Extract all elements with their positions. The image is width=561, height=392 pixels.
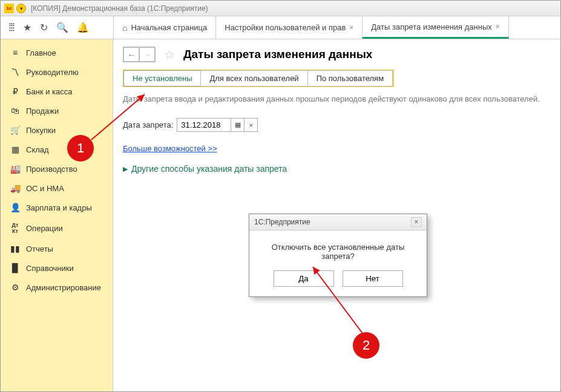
forward-button[interactable]: → — [139, 47, 155, 62]
segment-all-users[interactable]: Для всех пользователей — [200, 70, 307, 87]
dialog-close-icon[interactable]: × — [411, 217, 422, 227]
date-label: Дата запрета: — [123, 120, 173, 129]
page-title: Даты запрета изменения данных — [183, 48, 372, 61]
sidebar-item-reports[interactable]: ▮▮Отчеты — [1, 239, 113, 258]
boxes-icon: ▦ — [10, 145, 20, 154]
app-menu-icon[interactable]: ▾ — [16, 4, 26, 13]
chevron-right-icon: ▶ — [123, 165, 128, 173]
truck-icon: 🚚 — [10, 183, 20, 193]
search-icon[interactable]: 🔍 — [56, 22, 68, 33]
sidebar-item-manager[interactable]: 〽Руководителю — [1, 62, 113, 82]
ruble-icon: ₽ — [10, 87, 20, 96]
no-button[interactable]: Нет — [343, 270, 403, 287]
book-icon: ▉ — [10, 263, 20, 273]
quick-panel: ⦙⦙⦙ ★ ↻ 🔍 🔔 — [1, 16, 113, 39]
sidebar-item-production[interactable]: 🏭Производство — [1, 159, 113, 178]
date-input-group: ▦ × — [177, 118, 258, 132]
top-bar: ⦙⦙⦙ ★ ↻ 🔍 🔔 ⌂ Начальная страница Настрой… — [1, 16, 560, 39]
home-icon: ⌂ — [122, 23, 127, 33]
cart-icon: 🛒 — [10, 125, 20, 135]
close-icon[interactable]: × — [349, 24, 353, 32]
app-logo-icon: 1c — [4, 4, 14, 13]
confirm-dialog: 1С:Предприятие × Отключить все установле… — [249, 214, 427, 297]
sidebar-item-references[interactable]: ▉Справочники — [1, 258, 113, 278]
tab-label: Даты запрета изменения данных — [371, 22, 491, 31]
close-icon[interactable]: × — [496, 22, 500, 31]
sidebar-item-warehouse[interactable]: ▦Склад — [1, 140, 113, 159]
sidebar-item-operations[interactable]: ДтКтОперации — [1, 217, 113, 239]
segment-not-set[interactable]: Не установлены — [123, 70, 201, 87]
dialog-title-text: 1С:Предприятие — [254, 218, 310, 226]
apps-icon[interactable]: ⦙⦙⦙ — [9, 22, 15, 33]
dialog-message: Отключить все установленные даты запрета… — [249, 230, 427, 267]
sidebar-item-purchases[interactable]: 🛒Покупки — [1, 120, 113, 140]
segment-by-user[interactable]: По пользователям — [307, 70, 393, 87]
clear-icon[interactable]: × — [244, 118, 258, 132]
tab-label: Настройки пользователей и прав — [225, 23, 346, 32]
history-icon[interactable]: ↻ — [40, 22, 48, 33]
description-text: Даты запрета ввода и редактирования данн… — [123, 94, 551, 103]
sidebar: ≡Главное 〽Руководителю ₽Банк и касса 🛍Пр… — [1, 39, 113, 391]
factory-icon: 🏭 — [10, 164, 20, 174]
other-methods-expander[interactable]: ▶ Другие способы указания даты запрета — [123, 164, 551, 174]
bars-icon: ▮▮ — [10, 244, 20, 253]
person-icon: 👤 — [10, 203, 20, 212]
annotation-marker-1: 1 — [67, 135, 94, 162]
window-titlebar: 1c ▾ [КОПИЯ] Демонстрационная база (1С:П… — [1, 1, 560, 16]
favorite-toggle-icon[interactable]: ☆ — [164, 47, 175, 62]
back-button[interactable]: ← — [123, 47, 139, 62]
dialog-titlebar: 1С:Предприятие × — [249, 214, 427, 230]
yes-button[interactable]: Да — [274, 270, 334, 287]
sidebar-item-payroll[interactable]: 👤Зарплата и кадры — [1, 198, 113, 217]
sidebar-item-assets[interactable]: 🚚ОС и НМА — [1, 178, 113, 198]
tab-label: Начальная страница — [131, 23, 207, 32]
menu-icon: ≡ — [10, 48, 20, 57]
tab-date-restrictions[interactable]: Даты запрета изменения данных × — [363, 16, 509, 39]
date-field[interactable] — [177, 118, 231, 132]
chart-icon: 〽 — [10, 67, 20, 77]
bag-icon: 🛍 — [10, 106, 20, 116]
annotation-marker-2: 2 — [353, 332, 379, 359]
sidebar-item-admin[interactable]: ⚙Администрирование — [1, 278, 113, 297]
calendar-icon[interactable]: ▦ — [231, 118, 244, 132]
notifications-icon[interactable]: 🔔 — [77, 22, 89, 33]
sidebar-item-bank[interactable]: ₽Банк и касса — [1, 82, 113, 101]
open-tabs: ⌂ Начальная страница Настройки пользоват… — [113, 16, 560, 39]
favorites-icon[interactable]: ★ — [23, 22, 31, 33]
tab-home[interactable]: ⌂ Начальная страница — [114, 16, 216, 39]
sidebar-item-main[interactable]: ≡Главное — [1, 43, 113, 62]
gear-icon: ⚙ — [10, 283, 20, 292]
tab-user-settings[interactable]: Настройки пользователей и прав × — [216, 16, 363, 39]
sidebar-item-sales[interactable]: 🛍Продажи — [1, 101, 113, 120]
more-options-link[interactable]: Больше возможностей >> — [123, 144, 217, 153]
window-title: [КОПИЯ] Демонстрационная база (1С:Предпр… — [31, 4, 208, 13]
dtkt-icon: ДтКт — [10, 222, 20, 234]
mode-selector: Не установлены Для всех пользователей По… — [123, 70, 394, 87]
